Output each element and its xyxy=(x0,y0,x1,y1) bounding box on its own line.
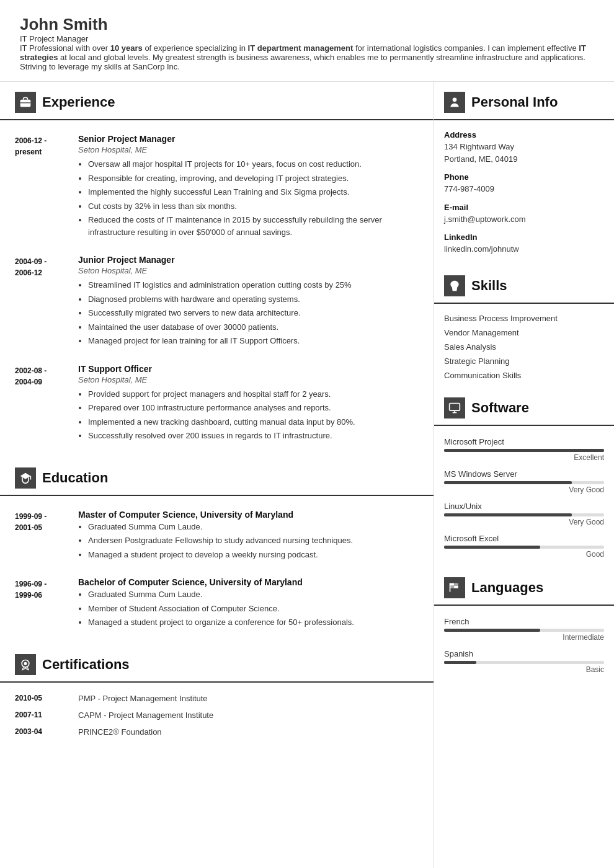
entry-date: 2004-09 -2006-12 xyxy=(15,255,71,349)
personal-info-items: Address 134 Rightward WayPortland, ME, 0… xyxy=(434,128,614,260)
bullet: Implemented a new tracking dashboard, cu… xyxy=(88,416,419,428)
job-title: Junior Project Manager xyxy=(78,255,419,265)
education-entries: 1999-09 -2001-05 Master of Computer Scie… xyxy=(0,503,434,639)
language-name: French xyxy=(444,617,604,626)
personal-item: Address 134 Rightward WayPortland, ME, 0… xyxy=(434,128,614,170)
bullet-list: Oversaw all major hospital IT projects f… xyxy=(78,158,419,238)
language-bar-track xyxy=(444,661,604,664)
software-bar-fill xyxy=(444,481,572,484)
bullet: Implemented the highly successful Lean T… xyxy=(88,186,419,198)
person-icon xyxy=(444,92,465,113)
skill-item: Business Process Improvement xyxy=(434,311,614,326)
experience-entry: 2002-08 -2004-09 IT Support Officer Seto… xyxy=(0,358,434,453)
software-name: Microsoft Excel xyxy=(444,534,604,543)
certifications-section: Certifications 2010-05 PMP - Project Man… xyxy=(0,644,434,740)
svg-rect-7 xyxy=(450,403,460,410)
software-label: Software xyxy=(471,400,529,416)
flag-icon xyxy=(444,577,465,598)
svg-rect-12 xyxy=(450,585,455,588)
cert-date: 2007-11 xyxy=(15,711,71,720)
entry-body: Junior Project Manager Seton Hospital, M… xyxy=(78,255,419,349)
briefcase-icon xyxy=(15,92,36,113)
entry-body: IT Support Officer Seton Hospital, ME Pr… xyxy=(78,364,419,444)
cert-name: CAPM - Project Management Institute xyxy=(78,711,419,720)
personal-item: Phone 774-987-4009 xyxy=(434,170,614,200)
graduation-icon xyxy=(15,467,36,489)
cert-name: PRINCE2® Foundation xyxy=(78,727,419,737)
bullet: Andersen Postgraduate Fellowship to stud… xyxy=(88,534,419,547)
entry-body: Bachelor of Computer Science, University… xyxy=(78,577,419,631)
bullet-list: Graduated Summa Cum Laude.Member of Stud… xyxy=(78,588,419,629)
entry-body: Senior Project Manager Seton Hospital, M… xyxy=(78,134,419,240)
software-bar-fill xyxy=(444,513,572,516)
personal-label: LinkedIn xyxy=(444,232,604,242)
skills-section: Skills Business Process ImprovementVendo… xyxy=(434,265,614,383)
summary-text: IT Professional with over 10 years of ex… xyxy=(20,43,594,71)
education-entry: 1999-09 -2001-05 Master of Computer Scie… xyxy=(0,503,434,572)
skill-item: Sales Analysis xyxy=(434,340,614,354)
personal-info-section: Personal Info Address 134 Rightward WayP… xyxy=(434,82,614,260)
left-column: Experience 2006-12 -present Senior Proje… xyxy=(0,82,434,868)
cert-entries: 2010-05 PMP - Project Management Institu… xyxy=(0,690,434,740)
personal-info-header: Personal Info xyxy=(434,82,614,120)
personal-label: E-mail xyxy=(444,203,604,212)
bullet: Member of Student Association of Compute… xyxy=(88,603,419,615)
certifications-header: Certifications xyxy=(0,644,434,683)
content-area: Experience 2006-12 -present Senior Proje… xyxy=(0,81,614,868)
languages-header: Languages xyxy=(434,567,614,606)
bullet-list: Graduated Summa Cum Laude.Andersen Postg… xyxy=(78,521,419,561)
cert-entry: 2003-04 PRINCE2® Foundation xyxy=(0,724,434,740)
software-rating: Excellent xyxy=(444,453,604,464)
monitor-icon xyxy=(444,397,465,418)
company: Seton Hospital, ME xyxy=(78,145,419,154)
software-name: Linux/Unix xyxy=(444,502,604,511)
skill-item: Vendor Management xyxy=(434,326,614,340)
software-rating: Good xyxy=(444,550,604,561)
entry-body: Master of Computer Science, University o… xyxy=(78,510,419,563)
edu-title: Master of Computer Science, University o… xyxy=(78,510,419,520)
bullet: Streamlined IT logistics and administrat… xyxy=(88,279,419,291)
education-header: Education xyxy=(0,458,434,496)
software-section: Software Microsoft Project Excellent MS … xyxy=(434,388,614,562)
bullet: Maintained the user database of over 300… xyxy=(88,321,419,334)
language-name: Spanish xyxy=(444,649,604,658)
bullet: Provided support for project managers an… xyxy=(88,388,419,401)
software-bar-track xyxy=(444,546,604,549)
education-entry: 1996-09 -1999-06 Bachelor of Computer Sc… xyxy=(0,571,434,639)
svg-point-6 xyxy=(453,98,457,102)
svg-rect-10 xyxy=(450,583,455,585)
bullet: Graduated Summa Cum Laude. xyxy=(88,521,419,533)
candidate-name: John Smith xyxy=(20,15,594,34)
skills-items: Business Process ImprovementVendor Manag… xyxy=(434,311,614,383)
cert-name: PMP - Project Management Institute xyxy=(78,694,419,703)
svg-rect-0 xyxy=(20,100,31,107)
software-name: Microsoft Project xyxy=(444,437,604,446)
cert-icon xyxy=(15,654,36,675)
personal-value: j.smith@uptowork.com xyxy=(444,213,604,226)
software-item: Linux/Unix Very Good xyxy=(434,498,614,530)
language-rating: Intermediate xyxy=(444,633,604,644)
skills-label: Skills xyxy=(471,278,507,294)
software-bar-fill xyxy=(444,449,604,452)
bullet: Responsible for creating, improving, and… xyxy=(88,172,419,185)
skills-icon xyxy=(444,275,465,296)
languages-section: Languages French Intermediate Spanish Ba… xyxy=(434,567,614,678)
bullet-list: Provided support for project managers an… xyxy=(78,388,419,442)
bullet: Managed a student project to develop a w… xyxy=(88,549,419,561)
entry-date: 2006-12 -present xyxy=(15,134,71,240)
bullet: Reduced the costs of IT maintenance in 2… xyxy=(88,214,419,238)
skills-header: Skills xyxy=(434,265,614,304)
personal-item: E-mail j.smith@uptowork.com xyxy=(434,200,614,231)
personal-value: 134 Rightward WayPortland, ME, 04019 xyxy=(444,141,604,165)
language-rating: Basic xyxy=(444,665,604,676)
job-title: IT Support Officer xyxy=(78,364,419,374)
right-column: Personal Info Address 134 Rightward WayP… xyxy=(434,82,614,868)
languages-items: French Intermediate Spanish Basic xyxy=(434,613,614,678)
experience-section: Experience 2006-12 -present Senior Proje… xyxy=(0,82,434,453)
software-bar-track xyxy=(444,481,604,484)
software-bar-track xyxy=(444,513,604,516)
software-bar-track xyxy=(444,449,604,452)
education-section: Education 1999-09 -2001-05 Master of Com… xyxy=(0,458,434,639)
cert-date: 2003-04 xyxy=(15,727,71,737)
job-title: Senior Project Manager xyxy=(78,134,419,144)
